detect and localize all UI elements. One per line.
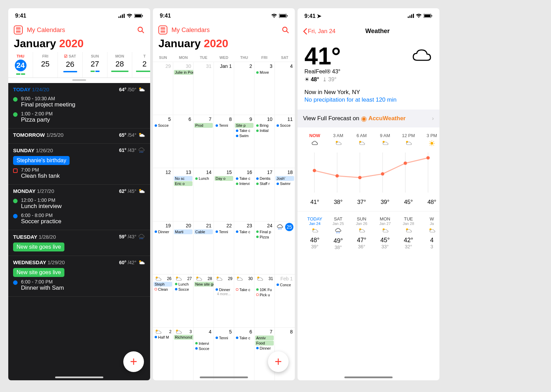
event-item[interactable]: Dinner: [154, 229, 172, 234]
day-cell[interactable]: 27LunchSocce: [173, 275, 194, 327]
event-item[interactable]: Dentis: [255, 176, 274, 181]
agenda-list[interactable]: TODAY 1/24/2064°/50° 9:00 - 10:30 AMFina…: [8, 83, 150, 380]
day-cell[interactable]: 4InterviSocce: [194, 328, 214, 380]
day-cell[interactable]: 22Tenni: [214, 221, 234, 274]
day-cell[interactable]: 31: [194, 62, 214, 115]
day-cell[interactable]: 6Take c: [234, 328, 254, 380]
event-block[interactable]: Anniv: [255, 336, 274, 340]
day-cell[interactable]: 3Move: [254, 62, 275, 115]
event-item[interactable]: Move: [255, 70, 274, 75]
event-block[interactable]: Julie in Portland: [174, 70, 194, 75]
week-day[interactable]: MON28: [107, 52, 132, 78]
day-cell[interactable]: 29Dinner4 more...: [214, 275, 234, 327]
event-block[interactable]: Steph: [154, 282, 172, 287]
event-item[interactable]: Intervi: [235, 181, 253, 186]
event-item[interactable]: Bring: [255, 123, 274, 128]
event-block[interactable]: New site goes live: [194, 282, 214, 287]
event-item[interactable]: Take c: [235, 229, 253, 234]
event-row[interactable]: 6:00 - 8:00 PMSoccer practice: [13, 211, 145, 226]
daily-column[interactable]: SATJan 2549°38°: [326, 216, 350, 250]
search-icon[interactable]: [137, 26, 145, 34]
add-event-button[interactable]: +: [268, 351, 289, 372]
daily-column[interactable]: TODAYJan 2448°39°: [303, 216, 326, 250]
event-item[interactable]: Final p: [255, 229, 274, 234]
day-cell[interactable]: 23Take c: [234, 221, 254, 274]
event-block[interactable]: Day o: [215, 176, 233, 181]
event-chip[interactable]: New site goes live: [13, 268, 64, 277]
daily-forecast[interactable]: TODAYJan 2448°39°SATJan 2549°38°SUNJan 2…: [298, 212, 439, 255]
week-scroll[interactable]: THU24FRI25☑ SAT26SUN27MON28T2: [8, 52, 150, 78]
event-item[interactable]: Socce: [194, 346, 213, 351]
day-cell[interactable]: 15Day o: [214, 168, 234, 221]
event-item[interactable]: Pizza: [255, 235, 274, 239]
event-item[interactable]: Swimr: [276, 181, 294, 186]
event-block[interactable]: Marti: [174, 229, 193, 234]
home-indicator[interactable]: [344, 376, 393, 378]
day-cell[interactable]: 3Richmond: [173, 328, 194, 380]
hourly-column[interactable]: 3 PM: [420, 133, 439, 148]
event-item[interactable]: Conce: [276, 282, 294, 287]
event-item[interactable]: Clean: [154, 287, 172, 292]
search-icon[interactable]: [282, 26, 289, 34]
event-block[interactable]: Cable: [194, 229, 213, 234]
event-item[interactable]: Take c: [235, 176, 253, 181]
day-cell[interactable]: 2Half M: [153, 328, 173, 380]
day-cell[interactable]: 13No scEric o: [173, 168, 194, 221]
daily-column[interactable]: WJa43: [420, 216, 439, 250]
day-cell[interactable]: 10Bring Initial: [254, 115, 275, 168]
day-cell[interactable]: 20Marti: [173, 221, 194, 274]
full-forecast-link[interactable]: View Full Forecast on ◉ AccuWeather ›: [298, 110, 439, 127]
day-cell[interactable]: 2: [234, 62, 254, 115]
event-item[interactable]: Socce: [276, 123, 294, 128]
hourly-column[interactable]: 3 AM: [326, 133, 350, 148]
event-item[interactable]: Take c: [235, 287, 253, 292]
daily-column[interactable]: TUEJan 2842°32°: [397, 216, 420, 250]
event-item[interactable]: Socce: [154, 123, 172, 128]
event-row[interactable]: 9:00 - 10:30 AMFinal project meeting: [13, 94, 145, 110]
day-cell[interactable]: 30Julie in Portland: [173, 62, 194, 115]
hourly-column[interactable]: 6 AM: [350, 133, 373, 148]
day-cell[interactable]: 18Josh'Swimr: [275, 168, 295, 221]
event-item[interactable]: Take c: [235, 336, 253, 340]
month-grid[interactable]: 2930Julie in Portland31Jan 123Move 45Soc…: [153, 62, 295, 380]
event-item[interactable]: Tenni: [215, 123, 233, 128]
day-cell[interactable]: 28New site goes live: [194, 275, 214, 327]
event-block[interactable]: Food: [255, 341, 274, 345]
event-item[interactable]: Dinner: [215, 287, 233, 292]
day-cell[interactable]: 11Socce: [275, 115, 295, 168]
day-cell[interactable]: 3110K FuPick u: [254, 275, 275, 327]
event-row[interactable]: 12:00 - 1:00 PMLunch interview: [13, 196, 145, 211]
menu-icon[interactable]: [158, 25, 167, 34]
more-indicator[interactable]: 4 more...: [215, 292, 233, 296]
agenda-day[interactable]: TODAY 1/24/2064°/50° 9:00 - 10:30 AMFina…: [8, 83, 150, 128]
daily-column[interactable]: MONJan 2745°33°: [373, 216, 397, 250]
event-item[interactable]: Tenni: [215, 229, 233, 234]
drag-handle[interactable]: [72, 79, 86, 81]
event-item[interactable]: Intervi: [194, 341, 213, 346]
precipitation-text[interactable]: No precipitation for at least 120 min: [304, 96, 433, 103]
day-cell[interactable]: 5Socce: [153, 115, 173, 168]
header-title[interactable]: My Calendars: [27, 27, 133, 34]
event-item[interactable]: Staff r: [255, 181, 274, 186]
week-day[interactable]: ☑ SAT26: [58, 52, 83, 78]
event-block[interactable]: No sc: [174, 176, 193, 181]
event-block[interactable]: Site p: [235, 123, 253, 128]
daily-column[interactable]: SUNJan 2647°36°: [350, 216, 373, 250]
day-cell[interactable]: Feb 1Conce: [275, 275, 295, 327]
home-indicator[interactable]: [55, 376, 103, 378]
agenda-day[interactable]: SUNDAY 1/26/2061°/43° Stephanie's birthd…: [8, 144, 150, 185]
event-row[interactable]: 1:00 - 2:00 PMPizza party: [13, 110, 145, 125]
event-item[interactable]: Take c: [235, 128, 253, 133]
day-cell[interactable]: 30Take c: [234, 275, 254, 327]
event-block[interactable]: Prod: [194, 123, 213, 128]
agenda-day[interactable]: TOMORROW 1/25/2065°/54°: [8, 128, 150, 144]
event-block[interactable]: Richmond: [174, 335, 194, 340]
add-event-button[interactable]: +: [123, 351, 144, 372]
day-cell[interactable]: 7Prod: [194, 115, 214, 168]
day-cell[interactable]: 29: [153, 62, 173, 115]
day-cell[interactable]: 6: [173, 115, 194, 168]
event-item[interactable]: Dinner: [255, 346, 274, 351]
hourly-column[interactable]: NOW: [303, 133, 326, 148]
day-cell[interactable]: 26StephClean: [153, 275, 173, 327]
week-day[interactable]: FRI25: [33, 52, 58, 78]
